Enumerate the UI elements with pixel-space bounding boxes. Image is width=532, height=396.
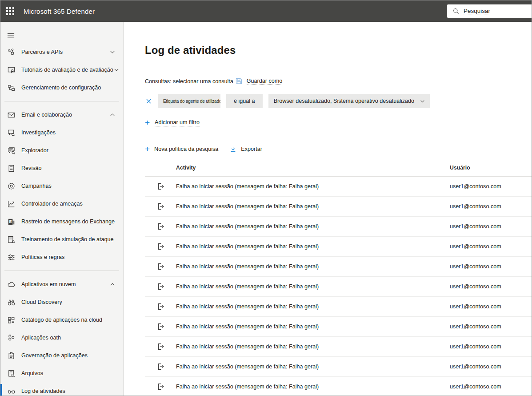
oauth-apps-icon [7, 333, 16, 342]
table-row[interactable]: Falha ao iniciar sessão (mensagem de fal… [145, 337, 532, 357]
user-cell: user1@contoso.com [450, 203, 532, 210]
sidebar-item-oauth-apps[interactable]: Aplicações oath [0, 329, 123, 347]
activity-cell: Falha ao iniciar sessão (mensagem de fal… [176, 384, 450, 390]
cloud-apps-icon [7, 280, 16, 289]
app-catalog-icon [7, 315, 16, 324]
table-row[interactable]: Falha ao iniciar sessão (mensagem de fal… [145, 237, 532, 257]
sidebar-item-attack-simulation[interactable]: Treinamento de simulação de ataque [0, 230, 123, 248]
sidebar-nav: Parceiros e APIs Tutoriais de avaliação … [0, 43, 123, 396]
chevron-down-icon [420, 98, 425, 104]
sidebar-item-app-catalog[interactable]: Catálogo de aplicações na cloud [0, 311, 123, 329]
files-icon [7, 369, 16, 378]
table-row[interactable]: Falha ao iniciar sessão (mensagem de fal… [145, 297, 532, 317]
sidebar-item-exchange[interactable]: E Rastreio de mensagens do Exchange [0, 213, 123, 230]
column-header-user[interactable]: Usuário [450, 165, 532, 171]
exchange-icon: E [7, 217, 16, 226]
activity-cell: Falha ao iniciar sessão (mensagem de fal… [176, 364, 450, 370]
chevron-down-icon [109, 49, 116, 55]
sidebar-item-label: Log de atividades [21, 388, 65, 394]
sidebar-item-threat-tracker[interactable]: Controlador de ameaças [0, 195, 123, 213]
filter-operator-chip[interactable]: é igual a [226, 94, 263, 108]
cloud-discovery-icon [7, 298, 16, 307]
signout-icon [145, 202, 176, 210]
add-filter-button[interactable]: + Adicionar um filtro [145, 119, 532, 126]
sidebar-item-label: Revisão [21, 165, 42, 171]
sidebar-item-investigations[interactable]: Investigações [0, 124, 123, 141]
table-header: Activity Usuário [145, 159, 532, 177]
user-cell: user1@contoso.com [450, 384, 532, 390]
save-as-button[interactable]: Guardar como [247, 78, 283, 85]
email-icon [7, 110, 16, 119]
filter-value-dropdown[interactable]: Browser desatualizado, Sistema operativo… [268, 94, 430, 108]
collapse-menu-button[interactable] [0, 28, 123, 43]
remove-filter-button[interactable] [145, 97, 152, 105]
app-governance-icon [7, 351, 16, 360]
activity-cell: Falha ao iniciar sessão (mensagem de fal… [176, 323, 450, 330]
app-launcher-button[interactable] [0, 0, 20, 22]
sidebar-item-label: Gerenciamento de configuração [21, 85, 101, 91]
sidebar-divider [4, 101, 119, 101]
sidebar-item-files[interactable]: Arquivos [0, 364, 123, 382]
user-cell: user1@contoso.com [450, 343, 532, 350]
user-cell: user1@contoso.com [450, 364, 532, 370]
add-filter-label: Adicionar um filtro [155, 119, 200, 126]
table-row[interactable]: Falha ao iniciar sessão (mensagem de fal… [145, 257, 532, 277]
table-row[interactable]: Falha ao iniciar sessão (mensagem de fal… [145, 317, 532, 337]
sidebar: Parceiros e APIs Tutoriais de avaliação … [0, 22, 124, 396]
sidebar-item-config-management[interactable]: Gerenciamento de configuração [0, 79, 123, 97]
sidebar-item-email[interactable]: Email e colaboração [0, 106, 123, 124]
column-header-activity[interactable]: Activity [176, 165, 450, 171]
export-button[interactable]: Exportar [230, 146, 262, 153]
user-cell: user1@contoso.com [450, 263, 532, 270]
table-row[interactable]: Falha ao iniciar sessão (mensagem de fal… [145, 357, 532, 377]
sidebar-item-review[interactable]: Revisão [0, 159, 123, 177]
activity-cell: Falha ao iniciar sessão (mensagem de fal… [176, 203, 450, 210]
activity-cell: Falha ao iniciar sessão (mensagem de fal… [176, 303, 450, 310]
sidebar-item-cloud-discovery[interactable]: Cloud Discovery [0, 293, 123, 311]
policies-icon [7, 253, 16, 262]
sidebar-item-label: Cloud Discovery [21, 299, 62, 305]
table-row[interactable]: Falha ao iniciar sessão (mensagem de fal… [145, 277, 532, 297]
chevron-up-icon [109, 112, 116, 118]
page-title: Log de atividades [145, 22, 532, 57]
sidebar-item-app-governance[interactable]: Governação de aplicações [0, 347, 123, 364]
table-row[interactable]: Falha ao iniciar sessão (mensagem de fal… [145, 217, 532, 237]
sidebar-item-activity-log[interactable]: Log de atividades [0, 382, 123, 396]
filter-row: Etiqueta do agente de utilizador é igual… [145, 94, 532, 108]
sidebar-divider [4, 271, 119, 271]
sidebar-item-policies[interactable]: Políticas e regras [0, 248, 123, 266]
sidebar-item-cloud-apps[interactable]: Aplicativos em nuvem [0, 275, 123, 293]
chevron-up-icon [109, 281, 116, 287]
sidebar-item-explorer[interactable]: Explorador [0, 141, 123, 159]
signout-icon [145, 343, 176, 351]
activity-cell: Falha ao iniciar sessão (mensagem de fal… [176, 183, 450, 190]
sidebar-item-label: Tutoriais de avaliação e de avaliação [21, 67, 113, 73]
filter-field-chip[interactable]: Etiqueta do agente de utilizador [158, 94, 220, 108]
save-icon[interactable] [235, 77, 243, 85]
config-management-icon [7, 83, 16, 92]
product-title: Microsoft 365 Defender [24, 8, 95, 15]
sidebar-item-partners[interactable]: Parceiros e APIs [0, 43, 123, 61]
user-cell: user1@contoso.com [450, 283, 532, 290]
sidebar-item-campaigns[interactable]: Campanhas [0, 177, 123, 195]
signout-icon [145, 283, 176, 291]
hamburger-icon [7, 32, 15, 40]
user-cell: user1@contoso.com [450, 183, 532, 190]
download-icon [230, 146, 236, 153]
sidebar-item-label: Campanhas [21, 183, 52, 189]
sidebar-item-tutorials[interactable]: Tutoriais de avaliação e de avaliação [0, 61, 123, 79]
sidebar-item-label: Investigações [21, 129, 56, 136]
main-content: Log de atividades Consultas: selecionar … [124, 22, 532, 396]
chevron-down-icon [113, 67, 120, 73]
signout-icon [145, 323, 176, 331]
table-body: Falha ao iniciar sessão (mensagem de fal… [145, 177, 532, 396]
signout-icon [145, 303, 176, 311]
global-search-input[interactable]: Pesquisar [447, 4, 532, 18]
table-row[interactable]: Falha ao iniciar sessão (mensagem de fal… [145, 197, 532, 217]
table-row[interactable]: Falha ao iniciar sessão (mensagem de fal… [145, 377, 532, 396]
queries-select-label[interactable]: Consultas: selecionar uma consulta [145, 78, 233, 85]
table-row[interactable]: Falha ao iniciar sessão (mensagem de fal… [145, 177, 532, 197]
new-search-policy-button[interactable]: + Nova política da pesquisa [145, 145, 218, 153]
sidebar-item-label: Aplicativos em nuvem [21, 281, 76, 287]
sidebar-item-label: Aplicações oath [21, 335, 61, 341]
